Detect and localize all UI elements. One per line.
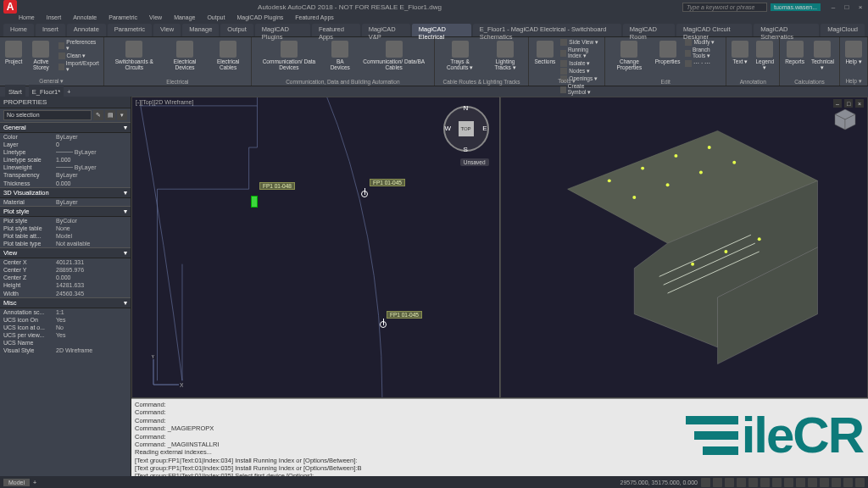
prop-row[interactable]: Lineweight──── ByLayer xyxy=(0,164,131,171)
ribbon-option[interactable]: Import/Export ▾ xyxy=(58,60,100,73)
status-toggle[interactable] xyxy=(820,478,829,487)
status-toggle[interactable] xyxy=(843,478,853,487)
ribbon-button[interactable]: Lighting Tracks ▾ xyxy=(486,39,526,72)
ribbon-tab[interactable]: Home xyxy=(3,24,34,36)
ribbon-button[interactable]: BA Devices xyxy=(326,39,354,72)
device-marker[interactable] xyxy=(251,196,258,208)
ribbon-option[interactable]: Running Index ▾ xyxy=(560,47,601,59)
user-badge[interactable]: tuomas.wasen... xyxy=(771,3,821,11)
menu-item[interactable]: Home xyxy=(17,14,36,24)
new-tab-icon[interactable]: + xyxy=(67,89,70,95)
ribbon-tab[interactable]: MagiCAD Circuit Designer xyxy=(676,24,752,36)
ribbon-button[interactable]: Technical ▾ xyxy=(810,39,836,72)
model-tab[interactable]: Model xyxy=(3,479,30,486)
status-toggle[interactable] xyxy=(772,478,782,487)
ribbon-option[interactable]: Clean ▾ xyxy=(58,53,100,59)
status-toggle[interactable] xyxy=(808,478,817,487)
pick-icon[interactable]: ▤ xyxy=(105,110,115,120)
unsaved-badge[interactable]: Unsaved xyxy=(460,158,489,166)
ribbon-option[interactable]: ⋯ ⋅ ⋯ xyxy=(685,60,722,67)
ribbon-tab[interactable]: MagiCAD Plugins xyxy=(255,24,310,36)
prop-row[interactable]: Thickness0.000 xyxy=(0,180,131,187)
menu-item[interactable]: Output xyxy=(205,14,226,24)
node-marker[interactable] xyxy=(361,191,368,197)
ribbon-tab[interactable]: Featured Apps xyxy=(312,24,360,36)
menu-item[interactable]: Manage xyxy=(172,14,197,24)
ribbon-option[interactable]: Preferences ▾ xyxy=(58,39,100,52)
viewport-2d[interactable]: [-][Top][2D Wireframe] FP1 01-048 FP1 01… xyxy=(131,97,500,398)
ribbon-tab[interactable]: MagiCAD V&P xyxy=(362,24,410,36)
ribbon-button[interactable]: Active Storey xyxy=(27,39,54,72)
selection-dropdown[interactable]: No selection xyxy=(3,110,92,120)
ribbon-button[interactable]: Change Properties xyxy=(609,39,650,72)
status-toggle[interactable] xyxy=(748,478,758,487)
ribbon-button[interactable]: Sections xyxy=(532,39,557,66)
prop-section-header[interactable]: View▾ xyxy=(0,247,131,258)
ribbon-button[interactable]: Trays & Conduits ▾ xyxy=(438,39,482,72)
prop-row[interactable]: Layer0 xyxy=(0,141,131,148)
tag-label[interactable]: FP1 01-048 xyxy=(259,182,295,190)
prop-row[interactable]: Center Z0.000 xyxy=(0,274,131,281)
prop-row[interactable]: ColorByLayer xyxy=(0,133,131,141)
prop-row[interactable]: TransparencyByLayer xyxy=(0,171,131,179)
prop-row[interactable]: UCS icon at o...No xyxy=(0,324,131,331)
menu-item[interactable]: Featured Apps xyxy=(293,14,336,24)
ribbon-tab[interactable]: Parametric xyxy=(108,24,152,36)
status-toggle[interactable] xyxy=(737,478,746,487)
ribbon-tab[interactable]: MagiCAD Room xyxy=(623,24,675,36)
tag-label[interactable]: FP1 01-045 xyxy=(387,311,422,319)
status-toggle[interactable] xyxy=(796,478,805,487)
ribbon-button[interactable]: Electrical Cables xyxy=(209,39,248,72)
prop-row[interactable]: Linetype scale1.000 xyxy=(0,156,131,164)
ribbon-option[interactable]: Branch Tools ▾ xyxy=(685,47,722,59)
prop-row[interactable]: UCS per view...Yes xyxy=(0,331,131,339)
tag-label[interactable]: FP1 01-045 xyxy=(370,179,405,186)
menu-item[interactable]: Parametric xyxy=(107,14,139,24)
prop-row[interactable]: MaterialByLayer xyxy=(0,198,131,206)
prop-row[interactable]: Plot table att...Model xyxy=(0,232,131,240)
close-icon[interactable]: × xyxy=(856,3,865,11)
status-toggle[interactable] xyxy=(713,478,722,487)
prop-row[interactable]: Plot styleByColor xyxy=(0,217,131,225)
prop-section-header[interactable]: Plot style▾ xyxy=(0,206,131,217)
prop-row[interactable]: Plot style tableNone xyxy=(0,225,131,232)
status-toggle[interactable] xyxy=(725,478,734,487)
ribbon-option[interactable]: Isolate ▾ xyxy=(560,60,601,67)
prop-row[interactable]: Plot table typeNot available xyxy=(0,240,131,247)
menu-item[interactable]: MagiCAD Plugins xyxy=(235,14,285,24)
ribbon-tab[interactable]: MagiCloud xyxy=(821,24,865,36)
command-window[interactable]: Command:Command:Command:Command: _MAGIEP… xyxy=(131,398,868,476)
ribbon-button[interactable]: Communication/ Data/BA Cables xyxy=(358,39,431,72)
filter-icon[interactable]: ▾ xyxy=(117,110,127,120)
ribbon-button[interactable]: Help ▾ xyxy=(843,39,864,66)
ribbon-option[interactable]: Create Symbol ▾ xyxy=(560,83,601,96)
node-marker[interactable] xyxy=(380,321,387,328)
prop-row[interactable]: Linetype──── ByLayer xyxy=(0,148,131,156)
ribbon-option[interactable]: Side View ▾ xyxy=(560,39,601,46)
prop-row[interactable]: Center Y28895.976 xyxy=(0,266,131,274)
nav-cube[interactable]: TOP N S E W xyxy=(443,106,489,152)
prop-row[interactable]: Annotation sc...1:1 xyxy=(0,308,131,316)
prop-section-header[interactable]: 3D Visualization▾ xyxy=(0,187,131,198)
ribbon-tab[interactable]: Annotate xyxy=(67,24,106,36)
ribbon-tab[interactable]: MagiCAD Schematics xyxy=(754,24,819,36)
prop-row[interactable]: Width24560.345 xyxy=(0,290,131,297)
ribbon-button[interactable]: Communication/ Data Devices xyxy=(255,39,323,72)
prop-row[interactable]: Height14281.633 xyxy=(0,281,131,289)
ribbon-tab[interactable]: View xyxy=(153,24,181,36)
ribbon-button[interactable]: Reports xyxy=(783,39,806,66)
menu-item[interactable]: Annotate xyxy=(71,14,98,24)
ribbon-option[interactable]: Modify ▾ xyxy=(685,39,722,46)
status-toggle[interactable] xyxy=(832,478,841,487)
ribbon-option[interactable]: Nodes ▾ xyxy=(560,68,601,75)
view-cube-icon[interactable] xyxy=(833,108,857,133)
ribbon-tab[interactable]: Manage xyxy=(182,24,219,36)
menu-item[interactable]: Insert xyxy=(45,14,64,24)
maximize-icon[interactable]: □ xyxy=(843,3,851,11)
ribbon-button[interactable]: Switchboards & Circuits xyxy=(108,39,161,72)
prop-row[interactable]: Center X40121.331 xyxy=(0,258,131,266)
ribbon-tab[interactable]: MagiCAD Electrical xyxy=(412,24,471,36)
status-toggle[interactable] xyxy=(760,478,770,487)
prop-row[interactable]: UCS icon OnYes xyxy=(0,316,131,324)
add-layout-icon[interactable]: + xyxy=(33,480,36,485)
